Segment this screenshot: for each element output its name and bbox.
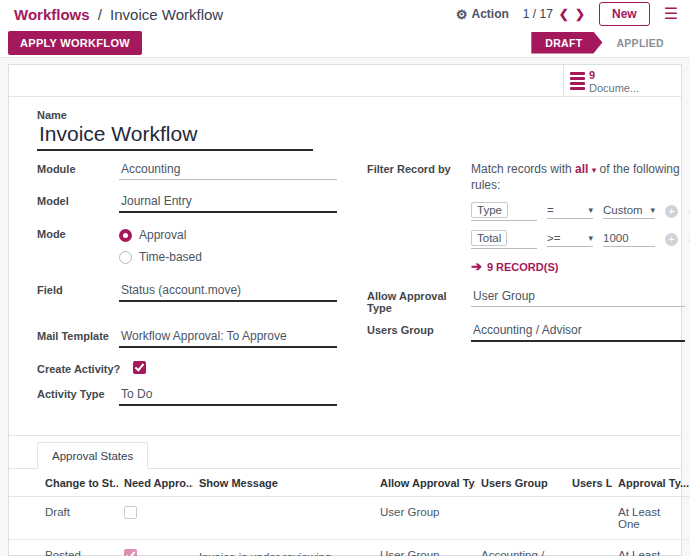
radio-selected-icon bbox=[119, 229, 132, 242]
col-change-to-state[interactable]: Change to St... bbox=[9, 469, 118, 497]
table-row[interactable]: Draft User Group At Least One bbox=[9, 497, 690, 540]
cell-message[interactable] bbox=[193, 497, 374, 540]
button-box: 9 Docume... bbox=[9, 65, 681, 97]
filter-all-value: all bbox=[575, 162, 588, 176]
col-users-list[interactable]: Users L... bbox=[566, 469, 612, 497]
apply-workflow-button[interactable]: APPLY WORKFLOW bbox=[8, 31, 142, 55]
radio-unselected-icon bbox=[119, 251, 132, 264]
col-users-group[interactable]: Users Group bbox=[475, 469, 566, 497]
action-bar: APPLY WORKFLOW DRAFT APPLIED bbox=[0, 28, 690, 58]
documents-count: 9 bbox=[589, 69, 639, 82]
cell-users-list[interactable] bbox=[566, 497, 612, 540]
allow-approval-type-input[interactable]: User Group bbox=[471, 288, 685, 307]
chevron-down-icon: ▾ bbox=[588, 233, 593, 243]
rule-1-value-select[interactable]: Custom▾ bbox=[603, 204, 655, 219]
chevron-down-icon: ▾ bbox=[592, 165, 597, 175]
add-rule-icon[interactable]: + bbox=[665, 233, 678, 246]
cell-need-approval bbox=[118, 540, 193, 556]
pager-previous-icon[interactable]: ❮ bbox=[559, 7, 569, 21]
col-need-approval[interactable]: Need Appro... bbox=[118, 469, 193, 497]
mode-time-based-label: Time-based bbox=[139, 250, 202, 264]
module-input[interactable]: Accounting bbox=[119, 161, 337, 180]
top-navbar: Workflows / Invoice Workflow ⚙ Action 1 … bbox=[0, 0, 690, 28]
users-group-input[interactable]: Accounting / Advisor bbox=[471, 322, 685, 342]
notebook-tabs: Approval States bbox=[9, 436, 681, 469]
mail-template-input[interactable]: Workflow Approval: To Approve bbox=[119, 328, 337, 348]
records-count-link[interactable]: ➔ 9 RECORD(S) bbox=[471, 259, 690, 274]
chevron-down-icon: ▾ bbox=[588, 205, 593, 215]
create-activity-label: Create Activity? bbox=[37, 361, 133, 375]
add-rule-icon[interactable]: + bbox=[665, 205, 678, 218]
rule-field-cell: Type bbox=[471, 202, 537, 221]
rule-2-operator-select[interactable]: >=▾ bbox=[547, 232, 593, 247]
mode-option-time-based[interactable]: Time-based bbox=[119, 250, 202, 264]
new-button[interactable]: New bbox=[599, 2, 650, 26]
need-approval-checkbox[interactable] bbox=[124, 549, 137, 556]
field-input[interactable]: Status (account.move) bbox=[119, 282, 337, 302]
mode-option-approval[interactable]: Approval bbox=[119, 228, 202, 242]
users-group-label: Users Group bbox=[367, 322, 471, 336]
form-sheet: 9 Docume... Name Invoice Workflow Module… bbox=[8, 64, 682, 556]
cell-state[interactable]: Draft bbox=[9, 497, 118, 540]
mail-template-label: Mail Template bbox=[37, 328, 119, 342]
col-show-message[interactable]: Show Message bbox=[193, 469, 374, 497]
rule-2-field-tag[interactable]: Total bbox=[471, 230, 507, 246]
activity-type-label: Activity Type bbox=[37, 386, 119, 400]
rule-1-operator-select[interactable]: =▾ bbox=[547, 204, 593, 219]
allow-approval-type-label: Allow Approval Type bbox=[367, 288, 471, 314]
cell-need-approval bbox=[118, 497, 193, 540]
status-bar: DRAFT APPLIED bbox=[531, 32, 678, 54]
filter-rule-row: Total >=▾ 1000 + ⋯ bbox=[471, 230, 690, 249]
filter-record-by-label: Filter Record by bbox=[367, 161, 471, 175]
filter-all-select[interactable]: all ▾ bbox=[575, 162, 596, 176]
cell-approval-type[interactable]: At Least One bbox=[612, 540, 690, 556]
pager-next-icon[interactable]: ❯ bbox=[575, 7, 585, 21]
arrow-right-icon: ➔ bbox=[471, 259, 482, 274]
activity-type-input[interactable]: To Do bbox=[119, 386, 337, 406]
table-row[interactable]: Posted Invoice is under reviewing proces… bbox=[9, 540, 690, 556]
cell-allow-type[interactable]: User Group bbox=[374, 497, 475, 540]
breadcrumb-current: Invoice Workflow bbox=[110, 6, 223, 23]
content-background: 9 Docume... Name Invoice Workflow Module… bbox=[0, 58, 690, 556]
col-allow-approval-type[interactable]: Allow Approval Ty... bbox=[374, 469, 475, 497]
rule-1-field-tag[interactable]: Type bbox=[471, 202, 508, 218]
module-label: Module bbox=[37, 161, 119, 175]
documents-list-icon bbox=[570, 72, 585, 90]
hamburger-menu-icon[interactable]: ☰ bbox=[664, 6, 678, 22]
status-step-applied[interactable]: APPLIED bbox=[602, 32, 678, 54]
rule-2-value-input[interactable]: 1000 bbox=[603, 232, 655, 247]
tab-approval-states[interactable]: Approval States bbox=[37, 442, 148, 469]
col-approval-type[interactable]: Approval Ty... bbox=[612, 469, 690, 497]
rule-2-operator-value: >= bbox=[547, 232, 560, 244]
rule-1-value: Custom bbox=[603, 204, 643, 216]
need-approval-checkbox[interactable] bbox=[124, 506, 137, 519]
filter-match-text: Match records with all ▾ of the followin… bbox=[471, 161, 690, 193]
filter-match-before: Match records with bbox=[471, 162, 572, 176]
form-body: Name Invoice Workflow Module Accounting … bbox=[9, 97, 681, 419]
pager-value: 1 / 17 bbox=[523, 7, 553, 21]
cell-users-group[interactable]: Accounting / Advisor bbox=[475, 540, 566, 556]
documents-label: Docume... bbox=[589, 82, 639, 95]
rule-1-operator-value: = bbox=[547, 204, 554, 216]
cell-approval-type[interactable]: At Least One bbox=[612, 497, 690, 540]
model-label: Model bbox=[37, 193, 119, 207]
cell-message[interactable]: Invoice is under reviewing process. Plea… bbox=[193, 540, 374, 556]
cell-users-group[interactable] bbox=[475, 497, 566, 540]
status-step-draft[interactable]: DRAFT bbox=[531, 32, 602, 54]
rule-field-cell: Total bbox=[471, 230, 537, 249]
rule-2-value: 1000 bbox=[603, 232, 629, 244]
cell-users-list[interactable] bbox=[566, 540, 612, 556]
cell-state[interactable]: Posted bbox=[9, 540, 118, 556]
mode-approval-label: Approval bbox=[139, 228, 186, 242]
name-input[interactable]: Invoice Workflow bbox=[37, 121, 313, 151]
action-menu-button[interactable]: ⚙ Action bbox=[456, 7, 509, 22]
documents-stat-button[interactable]: 9 Docume... bbox=[563, 65, 681, 96]
breadcrumb-workflows-link[interactable]: Workflows bbox=[14, 6, 90, 23]
filter-rule-row: Type =▾ Custom▾ + ⋯ bbox=[471, 202, 690, 221]
records-count-label: 9 RECORD(S) bbox=[487, 261, 559, 273]
cell-allow-type[interactable]: User Group bbox=[374, 540, 475, 556]
create-activity-checkbox[interactable] bbox=[133, 361, 146, 374]
breadcrumb: Workflows / Invoice Workflow bbox=[14, 6, 223, 23]
notebook: Approval States Change to St... Need App… bbox=[9, 435, 681, 556]
model-input[interactable]: Journal Entry bbox=[119, 193, 337, 213]
